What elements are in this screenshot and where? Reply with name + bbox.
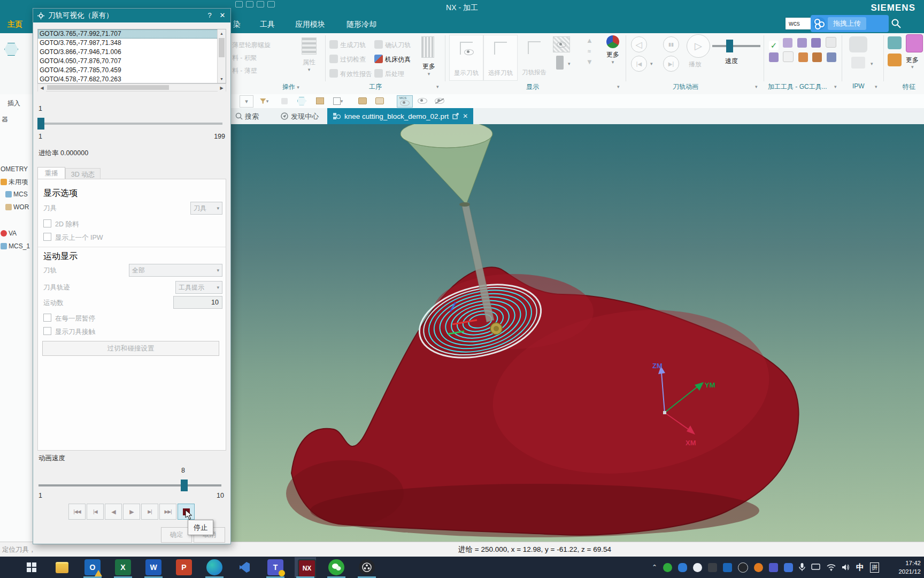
tab-replay[interactable]: 重播 — [37, 167, 65, 179]
checkbox-show-tool-contact[interactable]: 显示刀具接触 — [43, 326, 95, 337]
probe-tool-icon[interactable] — [826, 37, 836, 48]
tool-dropdown[interactable]: 刀具▾ — [190, 202, 222, 215]
step-back-button[interactable]: |◀ — [87, 504, 104, 520]
properties-button[interactable]: 属性 — [295, 58, 323, 67]
tray-onedrive-icon[interactable] — [678, 563, 687, 572]
tree-item-workpiece-clipped[interactable]: WOR — [5, 203, 29, 211]
stamp-tool-icon[interactable] — [769, 52, 779, 62]
tree-item-unused[interactable]: 未用项 — [1, 178, 28, 187]
ipw-block-icon[interactable] — [849, 36, 867, 52]
toolbar-dropdown-icon[interactable]: ▾ — [240, 95, 253, 108]
feature-teach-icon[interactable] — [888, 54, 902, 66]
clamp-tool-icon[interactable] — [783, 38, 792, 48]
obs-icon[interactable] — [359, 559, 375, 575]
gouge-check-button[interactable]: 过切检查 — [340, 56, 366, 63]
progress-slider-handle[interactable] — [37, 118, 44, 130]
tree-item-va-clipped[interactable]: VA — [1, 230, 17, 237]
toolpath-report-button[interactable]: 刀轨报告 — [518, 35, 551, 80]
tab-part-file[interactable]: knee cutting_block_demo_02.prt ✕ — [327, 108, 473, 124]
goto-row[interactable]: GOTO/4.295,-77.785,70.459 — [38, 66, 226, 75]
checkbox-pause-each-level[interactable]: 在每一层暂停 — [43, 313, 95, 323]
panel-tool-icon[interactable] — [798, 52, 808, 62]
ribbon-tab-home[interactable]: 主页 — [7, 20, 22, 29]
create-geometry-hex-icon[interactable] — [4, 43, 18, 56]
play-to-start-button[interactable]: |◀◀ — [68, 504, 86, 520]
brush-tool-icon[interactable] — [812, 52, 822, 62]
search-icon[interactable] — [891, 18, 902, 29]
reverse-play-button[interactable]: ◀ — [105, 504, 122, 520]
tree-item-mcs1[interactable]: MCS_1 — [1, 242, 30, 250]
anim-to-start-button[interactable]: |◀ — [631, 56, 647, 72]
tool-trace-dropdown[interactable]: 工具提示▾ — [175, 281, 222, 294]
animation-speed-handle[interactable] — [181, 480, 188, 491]
csys-target-icon[interactable]: ▾ — [332, 95, 344, 107]
level-down-icon[interactable]: ▼ — [586, 57, 593, 67]
scroll-right-icon[interactable]: ▶ — [218, 84, 226, 92]
check-tool-icon[interactable]: ✓ — [769, 41, 779, 50]
tray-microphone-icon[interactable] — [799, 563, 805, 572]
checkbox-2d-removal[interactable]: 2D 除料 — [43, 219, 79, 229]
solid-cube-icon[interactable] — [356, 95, 369, 107]
word-icon[interactable]: W — [145, 559, 161, 575]
machine-simulation-button[interactable]: 机床仿真 — [385, 56, 411, 63]
tray-cloud-app-icon[interactable] — [693, 563, 702, 572]
goto-row-selected[interactable]: GOTO/3.765,-77.992,71.707 — [38, 29, 226, 39]
group-gc-caret[interactable]: ▾ — [834, 82, 837, 90]
ipw-axis-icon[interactable] — [851, 57, 865, 69]
taskbar-clock[interactable]: 17:42 2021/12 — [898, 559, 921, 576]
close-tab-icon[interactable]: ✕ — [463, 112, 468, 120]
anim-to-end-button[interactable]: ▶| — [663, 56, 679, 72]
progress-slider[interactable] — [37, 123, 222, 125]
goto-statement-list[interactable]: GOTO/3.765,-77.992,71.707 GOTO/3.765,-77… — [37, 29, 226, 83]
dialog-close-icon[interactable]: ✕ — [218, 11, 227, 20]
menu-application-modules[interactable]: 应用模块 — [295, 20, 325, 29]
anim-speed-handle[interactable] — [726, 40, 733, 52]
goto-row[interactable]: GOTO/3.866,-77.946,71.006 — [38, 48, 226, 57]
fixture-tool-icon[interactable] — [797, 38, 807, 48]
postprocess-button[interactable]: 后处理 — [385, 70, 404, 78]
tree-item-geometry-clipped[interactable]: OMETRY — [1, 165, 28, 173]
group-ipw-caret[interactable]: ▾ — [875, 82, 877, 90]
vscroll-thumb[interactable] — [219, 38, 225, 57]
start-button[interactable] — [24, 559, 40, 575]
hide-icon[interactable] — [433, 95, 446, 107]
timer-tool-icon[interactable] — [827, 52, 836, 62]
tab-discover-center[interactable]: 发现中心 — [291, 112, 319, 121]
mcs-visibility-toggle[interactable]: MCS — [397, 95, 413, 108]
gouge-collision-settings-button[interactable]: 过切和碰撞设置 — [42, 341, 219, 356]
detach-tab-icon[interactable] — [452, 113, 459, 119]
feature-more-button[interactable]: 更多 — [906, 56, 919, 65]
ipw-caret-icon[interactable]: ▾ — [871, 61, 873, 66]
checkbox-show-last-ipw[interactable]: 显示上一个 IPW — [43, 232, 103, 242]
menu-tools[interactable]: 工具 — [260, 20, 275, 29]
menu-conformal-cooling[interactable]: 随形冷却 — [346, 20, 376, 29]
goto-row[interactable]: GOTO/4.578,-77.682,70.263 — [38, 75, 226, 84]
properties-caret-icon[interactable]: ▾ — [295, 67, 323, 72]
group-process-caret[interactable]: ▾ — [436, 82, 439, 90]
anim-play-button[interactable]: ▷ — [687, 34, 710, 58]
step-forward-button[interactable]: ▶| — [141, 504, 158, 520]
wechat-icon[interactable] — [328, 559, 344, 575]
tray-wechat-icon[interactable] — [663, 563, 672, 572]
process-more-caret-icon[interactable]: ▾ — [419, 71, 438, 77]
edge-icon[interactable] — [206, 559, 222, 575]
drag-upload-overlay[interactable]: 拖拽上传 — [811, 15, 889, 32]
display-more-caret-icon[interactable]: ▾ — [602, 59, 623, 65]
ipw-display-icon[interactable] — [553, 36, 570, 52]
show-toolpath-button[interactable]: 显示刀轨 — [449, 35, 483, 81]
anim-options-caret-icon[interactable]: ▾ — [650, 61, 653, 66]
confirm-toolpath-button[interactable]: 确认刀轨 — [385, 41, 411, 49]
tree-item-mcs[interactable]: MCS — [5, 191, 28, 198]
tool-display-icon[interactable] — [556, 56, 564, 70]
feature-more-caret-icon[interactable]: ▾ — [911, 64, 914, 70]
toolpath-dropdown[interactable]: 全部▾ — [129, 264, 222, 277]
process-more-button[interactable]: 更多 — [422, 63, 435, 70]
tray-wheel-icon[interactable] — [738, 562, 748, 573]
cmd-removal-thinwall-clipped[interactable]: 料 - 薄壁 — [232, 64, 271, 77]
wire-cube-icon[interactable] — [373, 95, 386, 107]
generate-toolpath-button[interactable]: 生成刀轨 — [340, 41, 366, 49]
scroll-left-icon[interactable]: ◀ — [38, 84, 46, 92]
document-tool-icon[interactable] — [783, 51, 794, 62]
anim-step-back-button[interactable]: ◁ — [631, 36, 647, 52]
group-display-caret[interactable]: ▾ — [617, 82, 620, 90]
